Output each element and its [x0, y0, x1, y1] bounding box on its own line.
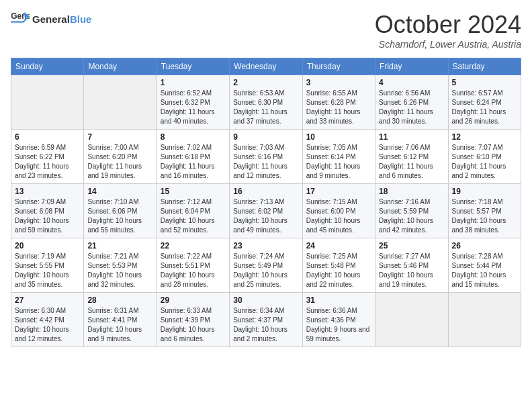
- day-header-wednesday: Wednesday: [230, 58, 302, 75]
- day-number: 12: [452, 132, 517, 142]
- calendar-cell: 19Sunrise: 7:18 AMSunset: 5:57 PMDayligh…: [448, 184, 521, 238]
- calendar-cell: 29Sunrise: 6:33 AMSunset: 4:39 PMDayligh…: [157, 293, 229, 347]
- day-header-tuesday: Tuesday: [157, 58, 229, 75]
- calendar-cell: 27Sunrise: 6:30 AMSunset: 4:42 PMDayligh…: [11, 293, 84, 347]
- week-row-2: 6Sunrise: 6:59 AMSunset: 6:22 PMDaylight…: [11, 130, 521, 184]
- day-info: Sunrise: 7:00 AMSunset: 6:20 PMDaylight:…: [87, 143, 152, 181]
- day-number: 28: [87, 295, 152, 305]
- day-number: 18: [379, 187, 444, 196]
- day-info: Sunrise: 6:33 AMSunset: 4:39 PMDaylight:…: [161, 306, 226, 344]
- calendar-cell: 4Sunrise: 6:56 AMSunset: 6:26 PMDaylight…: [375, 75, 448, 130]
- calendar-cell: [375, 293, 448, 347]
- day-number: 19: [452, 187, 517, 196]
- week-row-5: 27Sunrise: 6:30 AMSunset: 4:42 PMDayligh…: [11, 293, 521, 347]
- calendar-cell: 16Sunrise: 7:13 AMSunset: 6:02 PMDayligh…: [230, 184, 302, 238]
- calendar-cell: 17Sunrise: 7:15 AMSunset: 6:00 PMDayligh…: [302, 184, 375, 238]
- day-info: Sunrise: 6:59 AMSunset: 6:22 PMDaylight:…: [15, 143, 80, 181]
- day-info: Sunrise: 7:27 AMSunset: 5:46 PMDaylight:…: [379, 252, 444, 289]
- calendar-cell: 14Sunrise: 7:10 AMSunset: 6:06 PMDayligh…: [84, 184, 157, 238]
- day-info: Sunrise: 6:55 AMSunset: 6:28 PMDaylight:…: [306, 89, 371, 126]
- calendar-cell: 28Sunrise: 6:31 AMSunset: 4:41 PMDayligh…: [84, 293, 157, 347]
- day-number: 17: [306, 187, 371, 196]
- day-number: 27: [15, 295, 80, 305]
- logo: General General Blue: [11, 11, 91, 27]
- day-number: 21: [87, 241, 152, 250]
- day-number: 25: [379, 241, 444, 250]
- week-row-4: 20Sunrise: 7:19 AMSunset: 5:55 PMDayligh…: [11, 238, 521, 293]
- logo-icon: General: [11, 11, 30, 27]
- logo-blue-text: Blue: [70, 13, 92, 25]
- days-header-row: SundayMondayTuesdayWednesdayThursdayFrid…: [11, 58, 521, 75]
- day-info: Sunrise: 7:18 AMSunset: 5:57 PMDaylight:…: [452, 197, 517, 235]
- calendar-cell: 22Sunrise: 7:22 AMSunset: 5:51 PMDayligh…: [157, 238, 229, 293]
- calendar-cell: 5Sunrise: 6:57 AMSunset: 6:24 PMDaylight…: [448, 75, 521, 130]
- day-header-saturday: Saturday: [448, 58, 521, 75]
- week-row-1: 1Sunrise: 6:52 AMSunset: 6:32 PMDaylight…: [11, 75, 521, 130]
- day-number: 16: [233, 187, 298, 196]
- title-block: October 2024 Scharndorf, Lower Austria, …: [375, 11, 521, 50]
- day-info: Sunrise: 6:52 AMSunset: 6:32 PMDaylight:…: [161, 89, 226, 126]
- day-info: Sunrise: 6:30 AMSunset: 4:42 PMDaylight:…: [15, 306, 80, 344]
- calendar-cell: 2Sunrise: 6:53 AMSunset: 6:30 PMDaylight…: [230, 75, 302, 130]
- day-info: Sunrise: 7:05 AMSunset: 6:14 PMDaylight:…: [306, 143, 371, 181]
- day-info: Sunrise: 6:34 AMSunset: 4:37 PMDaylight:…: [233, 306, 298, 344]
- calendar-cell: 13Sunrise: 7:09 AMSunset: 6:08 PMDayligh…: [11, 184, 84, 238]
- day-number: 11: [379, 132, 444, 142]
- day-info: Sunrise: 7:12 AMSunset: 6:04 PMDaylight:…: [161, 197, 226, 235]
- calendar-cell: [11, 75, 84, 130]
- day-number: 20: [15, 241, 80, 250]
- day-info: Sunrise: 7:09 AMSunset: 6:08 PMDaylight:…: [15, 197, 80, 235]
- day-header-sunday: Sunday: [11, 58, 84, 75]
- day-number: 5: [452, 78, 517, 87]
- day-number: 15: [161, 187, 226, 196]
- day-info: Sunrise: 7:16 AMSunset: 5:59 PMDaylight:…: [379, 197, 444, 235]
- day-info: Sunrise: 7:15 AMSunset: 6:00 PMDaylight:…: [306, 197, 371, 235]
- day-number: 13: [15, 187, 80, 196]
- day-header-friday: Friday: [375, 58, 448, 75]
- day-info: Sunrise: 7:06 AMSunset: 6:12 PMDaylight:…: [379, 143, 444, 181]
- calendar-cell: 24Sunrise: 7:25 AMSunset: 5:48 PMDayligh…: [302, 238, 375, 293]
- day-info: Sunrise: 7:07 AMSunset: 6:10 PMDaylight:…: [452, 143, 517, 181]
- calendar-cell: 30Sunrise: 6:34 AMSunset: 4:37 PMDayligh…: [230, 293, 302, 347]
- day-info: Sunrise: 6:57 AMSunset: 6:24 PMDaylight:…: [452, 89, 517, 126]
- day-info: Sunrise: 7:13 AMSunset: 6:02 PMDaylight:…: [233, 197, 298, 235]
- week-row-3: 13Sunrise: 7:09 AMSunset: 6:08 PMDayligh…: [11, 184, 521, 238]
- logo-general-text: General: [32, 13, 70, 25]
- day-info: Sunrise: 6:36 AMSunset: 4:36 PMDaylight:…: [306, 306, 371, 344]
- day-number: 8: [161, 132, 226, 142]
- calendar-cell: [448, 293, 521, 347]
- page-header: General General Blue October 2024 Scharn…: [11, 11, 521, 50]
- day-number: 30: [233, 295, 298, 305]
- day-number: 9: [233, 132, 298, 142]
- day-number: 29: [161, 295, 226, 305]
- day-number: 14: [87, 187, 152, 196]
- calendar-cell: 8Sunrise: 7:02 AMSunset: 6:18 PMDaylight…: [157, 130, 229, 184]
- day-info: Sunrise: 7:02 AMSunset: 6:18 PMDaylight:…: [161, 143, 226, 181]
- day-header-monday: Monday: [84, 58, 157, 75]
- day-info: Sunrise: 6:56 AMSunset: 6:26 PMDaylight:…: [379, 89, 444, 126]
- location-text: Scharndorf, Lower Austria, Austria: [375, 39, 521, 50]
- day-header-thursday: Thursday: [302, 58, 375, 75]
- calendar-table: SundayMondayTuesdayWednesdayThursdayFrid…: [11, 58, 521, 347]
- calendar-cell: 26Sunrise: 7:28 AMSunset: 5:44 PMDayligh…: [448, 238, 521, 293]
- day-number: 3: [306, 78, 371, 87]
- calendar-cell: 18Sunrise: 7:16 AMSunset: 5:59 PMDayligh…: [375, 184, 448, 238]
- calendar-cell: 10Sunrise: 7:05 AMSunset: 6:14 PMDayligh…: [302, 130, 375, 184]
- day-info: Sunrise: 7:28 AMSunset: 5:44 PMDaylight:…: [452, 252, 517, 289]
- day-number: 2: [233, 78, 298, 87]
- day-number: 23: [233, 241, 298, 250]
- calendar-cell: 11Sunrise: 7:06 AMSunset: 6:12 PMDayligh…: [375, 130, 448, 184]
- day-number: 31: [306, 295, 371, 305]
- day-number: 1: [161, 78, 226, 87]
- day-info: Sunrise: 6:31 AMSunset: 4:41 PMDaylight:…: [87, 306, 152, 344]
- day-number: 26: [452, 241, 517, 250]
- month-title: October 2024: [375, 11, 521, 39]
- calendar-cell: 7Sunrise: 7:00 AMSunset: 6:20 PMDaylight…: [84, 130, 157, 184]
- calendar-cell: 9Sunrise: 7:03 AMSunset: 6:16 PMDaylight…: [230, 130, 302, 184]
- calendar-cell: 1Sunrise: 6:52 AMSunset: 6:32 PMDaylight…: [157, 75, 229, 130]
- calendar-cell: 21Sunrise: 7:21 AMSunset: 5:53 PMDayligh…: [84, 238, 157, 293]
- calendar-cell: 31Sunrise: 6:36 AMSunset: 4:36 PMDayligh…: [302, 293, 375, 347]
- day-info: Sunrise: 7:25 AMSunset: 5:48 PMDaylight:…: [306, 252, 371, 289]
- day-number: 4: [379, 78, 444, 87]
- day-number: 7: [87, 132, 152, 142]
